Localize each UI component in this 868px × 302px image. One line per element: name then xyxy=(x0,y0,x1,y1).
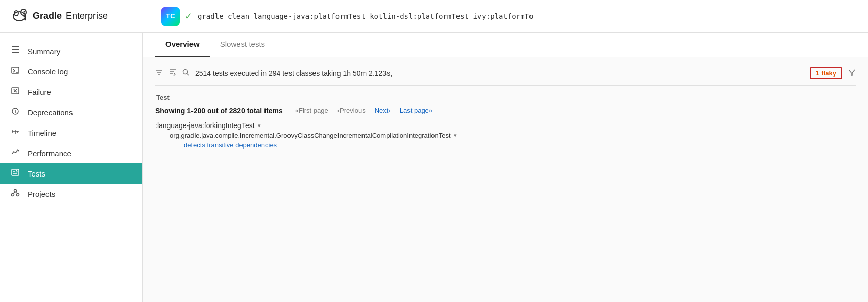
gradle-elephant-icon xyxy=(10,5,29,27)
timeline-icon xyxy=(10,128,20,138)
sidebar-label-failure: Failure xyxy=(28,88,51,96)
tests-icon xyxy=(10,168,20,179)
main-layout: Summary Console log Failure Deprecations… xyxy=(0,33,868,302)
svg-point-2 xyxy=(24,11,26,13)
sidebar-item-projects[interactable]: Projects xyxy=(0,184,142,204)
filter-icon[interactable] xyxy=(848,68,856,79)
test-class-item: org.gradle.java.compile.incremental.Groo… xyxy=(155,132,856,139)
sidebar-item-performance[interactable]: Performance xyxy=(0,143,142,163)
svg-line-26 xyxy=(15,192,18,194)
search-icon[interactable] xyxy=(182,68,190,79)
svg-rect-19 xyxy=(12,169,19,175)
console-log-icon xyxy=(10,66,20,77)
failure-icon xyxy=(10,87,20,97)
next-page-link[interactable]: Next› xyxy=(372,106,394,115)
pagination-text: Showing 1-200 out of 2820 total items xyxy=(155,107,283,115)
method-name: detects transitive dependencies xyxy=(184,141,277,149)
build-command: gradle clean language-java:platformTest … xyxy=(198,12,533,20)
sidebar-item-failure[interactable]: Failure xyxy=(0,82,142,102)
test-method-item[interactable]: detects transitive dependencies xyxy=(155,141,856,149)
svg-point-22 xyxy=(14,190,17,192)
header: Gradle Enterprise TC ✓ gradle clean lang… xyxy=(0,0,868,33)
sidebar-label-console-log: Console log xyxy=(28,67,68,76)
first-page-link[interactable]: «First page xyxy=(292,106,331,115)
build-status-icon: ✓ xyxy=(185,11,192,22)
sidebar-item-tests[interactable]: Tests xyxy=(0,163,142,184)
performance-icon xyxy=(10,148,20,158)
sidebar-label-timeline: Timeline xyxy=(28,129,56,137)
logo-brand: Gradle xyxy=(33,11,62,21)
tab-overview[interactable]: Overview xyxy=(155,33,210,57)
tests-count-text: 2514 tests executed in 294 test classes … xyxy=(195,69,805,78)
previous-page-link[interactable]: ‹Previous xyxy=(334,106,369,115)
svg-line-34 xyxy=(187,73,189,76)
projects-icon xyxy=(10,189,20,199)
main-content: Overview Slowest tests 2514 tests execut… xyxy=(143,33,868,302)
sidebar-label-tests: Tests xyxy=(28,169,45,178)
tc-avatar: TC xyxy=(161,7,180,26)
sidebar-item-timeline[interactable]: Timeline xyxy=(0,122,142,143)
chevron-down-icon[interactable]: ▾ xyxy=(454,132,457,139)
summary-icon xyxy=(10,46,20,56)
sidebar: Summary Console log Failure Deprecations… xyxy=(0,33,143,302)
sidebar-label-summary: Summary xyxy=(28,47,60,56)
pagination-row: Showing 1-200 out of 2820 total items «F… xyxy=(155,106,856,115)
svg-point-24 xyxy=(17,194,19,196)
chevron-down-icon[interactable]: ▾ xyxy=(258,122,261,129)
last-page-link[interactable]: Last page» xyxy=(397,106,436,115)
logo-area: Gradle Enterprise xyxy=(10,5,153,27)
sidebar-label-projects: Projects xyxy=(28,190,55,198)
sidebar-label-performance: Performance xyxy=(28,149,71,158)
svg-point-14 xyxy=(15,112,16,113)
tabs-bar: Overview Slowest tests xyxy=(143,33,868,57)
header-center: TC ✓ gradle clean language-java:platform… xyxy=(153,7,858,26)
flaky-badge[interactable]: 1 flaky xyxy=(810,67,842,79)
test-column-header: Test xyxy=(155,94,856,102)
sidebar-label-deprecations: Deprecations xyxy=(28,108,73,117)
sidebar-item-console-log[interactable]: Console log xyxy=(0,61,142,82)
content-body: 2514 tests executed in 294 test classes … xyxy=(143,57,868,160)
logo-product: Enterprise xyxy=(66,11,108,21)
svg-point-33 xyxy=(183,69,188,74)
tab-slowest-tests[interactable]: Slowest tests xyxy=(210,33,275,57)
test-task-item: :language-java:forkingIntegTest ▾ xyxy=(155,121,856,130)
sidebar-item-summary[interactable]: Summary xyxy=(0,41,142,61)
sort-desc-icon[interactable] xyxy=(168,68,177,79)
sidebar-item-deprecations[interactable]: Deprecations xyxy=(0,102,142,122)
deprecations-icon xyxy=(10,107,20,117)
test-summary-row: 2514 tests executed in 294 test classes … xyxy=(155,67,856,86)
task-name: :language-java:forkingIntegTest xyxy=(155,121,255,130)
class-name: org.gradle.java.compile.incremental.Groo… xyxy=(170,132,451,139)
sort-asc-icon[interactable] xyxy=(155,68,163,79)
svg-point-23 xyxy=(12,194,14,196)
svg-line-25 xyxy=(13,192,15,194)
